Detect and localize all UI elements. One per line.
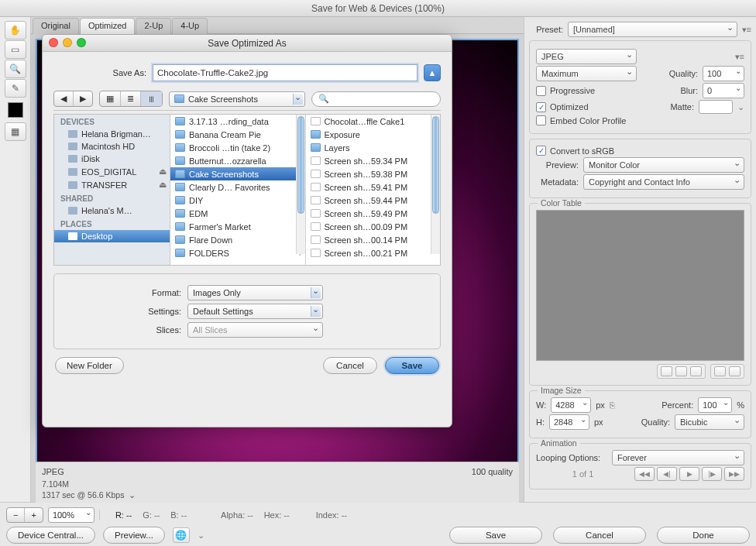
color-table-title: Color Table (538, 198, 585, 208)
list-item[interactable]: Layers (306, 141, 441, 154)
preset-select[interactable]: [Unnamed] (568, 22, 737, 37)
zoom-icon[interactable] (77, 38, 86, 47)
foreground-swatch[interactable] (8, 102, 23, 118)
list-item[interactable]: 3.17.13 …rding_data (170, 115, 305, 128)
file-format-select[interactable]: JPEG (536, 49, 637, 64)
convert-srgb-checkbox[interactable]: ✓Convert to sRGB (536, 146, 614, 156)
settings-select[interactable]: Default Settings (187, 304, 323, 319)
next-frame-button[interactable]: |▶ (702, 467, 722, 481)
browser-sidebar: DEVICES Helana Brigman… Macintosh HD iDi… (54, 115, 170, 265)
sidebar-item[interactable]: Macintosh HD (54, 140, 170, 153)
quality-preset-select[interactable]: Maximum (536, 66, 637, 81)
nav-back-forward[interactable]: ◀▶ (53, 91, 93, 107)
animation-panel: Animation Looping Options: Forever 1 of … (529, 443, 751, 489)
dialog-cancel-button[interactable]: Cancel (323, 357, 377, 374)
list-item[interactable]: Screen sh…59.38 PM (306, 167, 441, 180)
done-button[interactable]: Done (657, 527, 750, 544)
slice-select-tool[interactable]: ▭ (5, 40, 26, 59)
list-item[interactable]: Screen sh…00.09 PM (306, 220, 441, 233)
last-frame-button[interactable]: ▶▶ (724, 467, 744, 481)
settings-label: Settings: (65, 307, 181, 316)
format-menu-icon[interactable]: ▾≡ (735, 52, 744, 62)
optimized-checkbox[interactable]: ✓Optimized (536, 102, 589, 112)
format-select[interactable]: Images Only (187, 285, 323, 300)
preview-select[interactable]: Monitor Color (583, 157, 744, 173)
sidebar-item[interactable]: TRANSFER⏏ (54, 178, 170, 191)
progressive-checkbox[interactable]: Progressive (536, 86, 595, 96)
tab-2up[interactable]: 2-Up (136, 18, 171, 34)
list-item[interactable]: Butternut…ozzarella (170, 154, 305, 167)
play-button[interactable]: ▶ (679, 467, 699, 481)
embed-profile-checkbox[interactable]: Embed Color Profile (536, 115, 626, 125)
tab-4up[interactable]: 4-Up (172, 18, 208, 34)
ct-icon[interactable] (714, 366, 726, 376)
ct-icon[interactable] (675, 366, 687, 376)
minimize-icon[interactable] (63, 38, 72, 47)
eyedropper-tool[interactable]: ✎ (5, 79, 26, 98)
list-item[interactable]: Cake Screenshots (170, 167, 305, 180)
dialog-save-button[interactable]: Save (385, 357, 439, 374)
tab-original[interactable]: Original (33, 18, 79, 34)
quality-value[interactable]: 100 (703, 66, 744, 81)
list-item[interactable]: Clearly D… Favorites (170, 180, 305, 194)
ct-icon[interactable] (661, 366, 672, 376)
list-item[interactable]: FOLDERS (170, 246, 305, 259)
device-central-button[interactable]: Device Central... (6, 527, 95, 544)
list-item[interactable]: Farmer's Market (170, 220, 305, 233)
sidebar-item-desktop[interactable]: Desktop (54, 230, 170, 242)
matte-swatch[interactable] (699, 100, 733, 114)
browser-preview-icon[interactable]: 🌐 (173, 527, 190, 543)
list-item[interactable]: Screen sh…59.49 PM (306, 207, 441, 220)
metadata-select[interactable]: Copyright and Contact Info (583, 174, 744, 190)
list-item[interactable]: Screen sh…59.34 PM (306, 154, 441, 167)
search-input[interactable]: 🔍 (311, 91, 442, 107)
list-item[interactable]: Screen sh…00.21 PM (306, 246, 441, 259)
sidebar-item[interactable]: Helana's M… (54, 204, 170, 217)
toggle-slices[interactable]: ▦ (5, 122, 26, 141)
list-item[interactable]: Flare Down (170, 233, 305, 246)
list-item[interactable]: Banana Cream Pie (170, 128, 305, 141)
dialog-titlebar: Save Optimized As (43, 35, 452, 52)
blur-label: Blur: (680, 86, 698, 95)
zoom-tool[interactable]: 🔍 (5, 60, 26, 78)
sidebar-item[interactable]: EOS_DIGITAL⏏ (54, 165, 170, 178)
list-item[interactable]: Screen sh…59.41 PM (306, 180, 441, 194)
ct-icon[interactable] (690, 366, 702, 376)
location-select[interactable]: Cake Screenshots (169, 91, 305, 107)
resample-select[interactable]: Bicubic (675, 414, 744, 430)
looping-select[interactable]: Forever (612, 450, 744, 465)
list-item[interactable]: EDM (170, 207, 305, 220)
list-item[interactable]: DIY (170, 194, 305, 207)
list-item[interactable]: Screen sh…00.14 PM (306, 233, 441, 246)
collapse-button[interactable]: ▲ (424, 64, 441, 81)
close-icon[interactable] (49, 38, 58, 47)
height-input[interactable]: 2848 (549, 414, 589, 430)
panel-menu-icon[interactable]: ▾≡ (742, 25, 751, 35)
ct-icon[interactable] (729, 366, 741, 376)
zoom-input[interactable]: 100% (48, 507, 94, 523)
list-item[interactable]: Chocolat…ffle Cake1 (306, 115, 441, 128)
tab-optimized[interactable]: Optimized (80, 18, 136, 34)
prev-frame-button[interactable]: ◀| (657, 467, 677, 481)
percent-input[interactable]: 100 (698, 397, 732, 413)
hand-tool[interactable]: ✋ (5, 21, 26, 39)
cancel-button[interactable]: Cancel (553, 527, 646, 544)
first-frame-button[interactable]: ◀◀ (634, 467, 655, 481)
list-item[interactable]: Exposure (306, 128, 441, 141)
browser-column-1: 3.17.13 …rding_dataBanana Cream PieBrocc… (170, 115, 306, 265)
preview-button[interactable]: Preview... (103, 527, 165, 544)
sidebar-item[interactable]: iDisk (54, 153, 170, 165)
width-input[interactable]: 4288 (551, 397, 591, 413)
link-icon[interactable]: ⎘ (610, 400, 615, 410)
filename-input[interactable]: Chocolate-Truffle-Cake2.jpg (153, 64, 418, 81)
right-panels: Preset: [Unnamed] ▾≡ JPEG ▾≡ Maximum Qua… (524, 17, 756, 502)
blur-value[interactable]: 0 (703, 83, 744, 98)
tool-strip: ✋ ▭ 🔍 ✎ ▦ (0, 17, 31, 502)
new-folder-button[interactable]: New Folder (55, 357, 124, 374)
list-item[interactable]: Broccoli …tin (take 2) (170, 141, 305, 154)
sidebar-item[interactable]: Helana Brigman… (54, 128, 170, 140)
list-item[interactable]: Screen sh…59.44 PM (306, 194, 441, 207)
zoom-stepper[interactable]: −+ (6, 507, 43, 523)
save-button[interactable]: Save (449, 527, 542, 544)
view-mode-toggle[interactable]: ▦≣⫼ (99, 91, 163, 107)
